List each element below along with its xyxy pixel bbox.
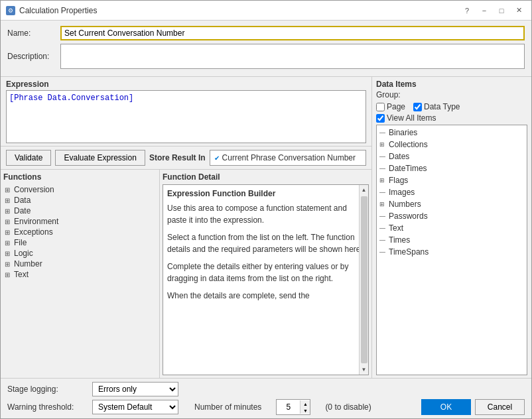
tree-label-text: Text <box>14 270 29 279</box>
tree-label-conversion: Conversion <box>14 185 54 194</box>
tree-item-date[interactable]: ⊞ Date <box>3 206 157 216</box>
data-type-checkbox[interactable] <box>413 103 422 111</box>
tree-item-exceptions[interactable]: ⊞ Exceptions <box>3 227 157 237</box>
footer-row-1: Stage logging: Errors only <box>7 382 525 396</box>
help-button[interactable]: ? <box>460 5 474 17</box>
detail-heading: Expression Function Builder <box>167 189 364 198</box>
maximize-button[interactable]: □ <box>494 5 509 17</box>
data-tree-datetimes[interactable]: — DateTimes <box>378 162 525 174</box>
detail-para4: When the details are complete, send the <box>167 290 364 302</box>
stage-logging-select[interactable]: Errors only <box>92 382 178 396</box>
expand-icon-number: ⊞ <box>5 261 14 268</box>
checkbox-row-2: View All Items <box>376 113 527 123</box>
data-tree-dates[interactable]: — Dates <box>378 150 525 162</box>
tree-label-logic: Logic <box>14 249 33 258</box>
close-button[interactable]: ✕ <box>511 5 526 17</box>
scroll-down-arrow[interactable]: ▼ <box>360 365 369 375</box>
expand-icon-flags: ⊞ <box>379 177 389 184</box>
tree-item-number[interactable]: ⊞ Number <box>3 259 157 269</box>
functions-panel: Functions ⊞ Conversion ⊞ Data ⊞ Date <box>1 170 160 378</box>
title-controls: ? − □ ✕ <box>460 5 526 17</box>
data-tree-flags[interactable]: ⊞ Flags <box>378 174 525 186</box>
expand-icon-text: ⊞ <box>5 271 14 278</box>
view-all-checkbox[interactable] <box>376 114 385 123</box>
expand-icon-date: ⊞ <box>5 208 14 215</box>
store-icon: ✔ <box>214 154 220 162</box>
tree-label-data: Data <box>14 196 31 205</box>
main-content: Expression [Phrase Data.Conversation] Va… <box>1 77 531 378</box>
minutes-input[interactable] <box>277 400 300 414</box>
expand-icon-environment: ⊞ <box>5 218 14 225</box>
warning-threshold-select[interactable]: System Default <box>92 400 178 414</box>
view-all-checkbox-item: View All Items <box>376 113 436 123</box>
detail-scrollbar[interactable]: ▲ ▼ <box>359 185 368 375</box>
name-input[interactable] <box>60 26 525 40</box>
data-tree-images[interactable]: — Images <box>378 186 525 198</box>
tree-item-environment[interactable]: ⊞ Environment <box>3 216 157 227</box>
evaluate-button[interactable]: Evaluate Expression <box>55 150 145 166</box>
tree-label-file: File <box>14 238 27 247</box>
data-tree-binaries[interactable]: — Binaries <box>378 127 525 139</box>
data-tree-label-collections: Collections <box>389 140 428 149</box>
footer-buttons: OK Cancel <box>421 399 525 415</box>
ok-button[interactable]: OK <box>421 399 471 415</box>
hint-text: (0 to disable) <box>325 402 371 412</box>
data-tree-timespans[interactable]: — TimeSpans <box>378 246 525 258</box>
expand-icon-data: ⊞ <box>5 197 14 204</box>
page-label: Page <box>387 102 405 111</box>
data-items-title: Data Items <box>376 80 527 89</box>
data-tree-label-passwords: Passwords <box>389 211 428 221</box>
data-tree: — Binaries ⊞ Collections — Dates — DateT… <box>376 125 527 375</box>
data-tree-label-numbers: Numbers <box>389 200 421 209</box>
description-textarea[interactable] <box>60 44 525 69</box>
store-result-bar: Validate Evaluate Expression Store Resul… <box>1 147 371 170</box>
scroll-up-arrow[interactable]: ▲ <box>360 185 369 195</box>
footer-row-2: Warning threshold: System Default Number… <box>7 399 525 415</box>
tree-item-logic[interactable]: ⊞ Logic <box>3 248 157 259</box>
number-of-minutes-label: Number of minutes <box>194 402 261 412</box>
detail-para1: Use this area to compose a function stat… <box>167 202 364 226</box>
spinner-up-button[interactable]: ▲ <box>300 400 310 407</box>
store-result-field[interactable]: ✔ Current Phrase Conversation Number <box>210 150 366 166</box>
stage-logging-label: Stage logging: <box>7 385 87 394</box>
expand-icon-conversion: ⊞ <box>5 186 14 194</box>
right-panel: Data Items Group: Page Data Type View Al… <box>372 77 531 378</box>
view-all-label: View All Items <box>387 113 436 123</box>
name-row: Name: <box>7 26 525 40</box>
data-tree-text[interactable]: — Text <box>378 222 525 234</box>
description-row: Description: <box>7 44 525 69</box>
expand-icon-dates: — <box>379 153 389 160</box>
expression-section: Expression [Phrase Data.Conversation] <box>1 77 371 147</box>
validate-button[interactable]: Validate <box>6 150 51 166</box>
tree-label-exceptions: Exceptions <box>14 227 53 237</box>
minimize-button[interactable]: − <box>477 5 492 17</box>
detail-para3: Complete the details either by entering … <box>167 261 364 284</box>
expand-icon-logic: ⊞ <box>5 250 14 257</box>
data-tree-passwords[interactable]: — Passwords <box>378 210 525 222</box>
expand-icon-timespans: — <box>379 249 389 255</box>
window-title: Calculation Properties <box>19 6 97 15</box>
tree-item-text[interactable]: ⊞ Text <box>3 269 157 280</box>
name-label: Name: <box>7 29 60 38</box>
data-tree-numbers[interactable]: ⊞ Numbers <box>378 198 525 210</box>
tree-item-conversion[interactable]: ⊞ Conversion <box>3 184 157 195</box>
page-checkbox[interactable] <box>376 103 385 111</box>
data-tree-label-binaries: Binaries <box>389 128 417 137</box>
tree-item-data[interactable]: ⊞ Data <box>3 195 157 206</box>
data-tree-collections[interactable]: ⊞ Collections <box>378 139 525 150</box>
group-row: Group: <box>376 90 527 99</box>
data-tree-label-datetimes: DateTimes <box>389 164 427 173</box>
data-tree-label-images: Images <box>389 188 415 197</box>
minutes-spinner[interactable]: ▲ ▼ <box>276 399 310 415</box>
tree-label-date: Date <box>14 206 31 215</box>
data-tree-times[interactable]: — Times <box>378 234 525 246</box>
expand-icon-text-data: — <box>379 225 389 231</box>
bottom-panels: Functions ⊞ Conversion ⊞ Data ⊞ Date <box>1 170 371 378</box>
cancel-button[interactable]: Cancel <box>475 399 525 415</box>
data-tree-label-times: Times <box>389 235 410 245</box>
function-detail-panel: Function Detail Expression Function Buil… <box>160 170 371 378</box>
data-tree-label-text: Text <box>389 223 403 233</box>
spinner-down-button[interactable]: ▼ <box>300 407 310 414</box>
tree-item-file[interactable]: ⊞ File <box>3 237 157 248</box>
expression-area[interactable]: [Phrase Data.Conversation] <box>6 90 366 143</box>
